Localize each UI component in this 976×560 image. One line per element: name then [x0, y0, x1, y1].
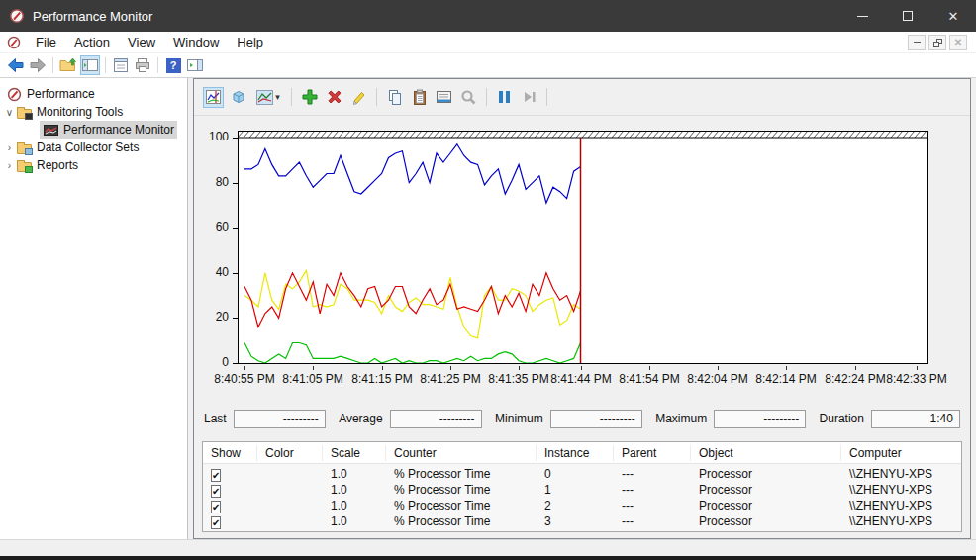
header-show[interactable]: Show: [203, 445, 257, 461]
copy-properties-button[interactable]: [384, 87, 405, 108]
header-counter[interactable]: Counter: [386, 445, 537, 461]
title-bar: Performance Monitor ✕: [0, 0, 976, 32]
zoom-button[interactable]: [458, 87, 479, 108]
view-log-data-button[interactable]: [228, 87, 248, 108]
highlight-pen-icon: [350, 89, 367, 106]
menu-action[interactable]: Action: [65, 32, 119, 53]
header-computer[interactable]: Computer: [841, 445, 961, 461]
close-button[interactable]: ✕: [930, 0, 976, 32]
show-checkbox[interactable]: ✔: [211, 516, 221, 529]
window-title: Performance Monitor: [33, 9, 839, 24]
menu-bar: File Action View Window Help ✕: [0, 32, 976, 53]
counter-table-header: Show Color Scale Counter Instance Parent…: [203, 442, 961, 464]
maximize-button[interactable]: [885, 0, 930, 32]
paste-clipboard-icon: [412, 89, 428, 106]
forward-arrow-icon: [29, 57, 47, 73]
x-axis-labels: 8:40:55 PM8:41:05 PM8:41:15 PM8:41:25 PM…: [238, 366, 928, 388]
help-button[interactable]: ?: [163, 55, 183, 75]
export-list-button[interactable]: [111, 55, 131, 75]
cell-counter: % Processor Time: [386, 483, 537, 497]
print-button[interactable]: [133, 55, 152, 75]
header-color[interactable]: Color: [257, 445, 323, 461]
cell-instance: 1: [537, 483, 614, 497]
back-button[interactable]: [6, 55, 26, 75]
delete-counter-button[interactable]: [324, 87, 344, 108]
menu-help[interactable]: Help: [228, 32, 272, 53]
selected-tree-item[interactable]: Performance Monitor: [40, 121, 177, 139]
cell-parent: ---: [614, 467, 691, 481]
folder-up-icon: [59, 57, 77, 73]
magnifier-icon: [460, 89, 477, 106]
minimize-button[interactable]: [839, 0, 885, 32]
chevron-right-icon[interactable]: ›: [3, 160, 16, 171]
table-row[interactable]: ✔ 1.0 % Processor Time 1 --- Processor \…: [203, 482, 961, 498]
x-tick-mark: [581, 366, 582, 370]
properties-button[interactable]: [434, 87, 454, 108]
chevron-down-icon[interactable]: ∨: [3, 107, 16, 118]
duration-label: Duration: [820, 412, 864, 425]
plus-icon: [301, 88, 319, 106]
y-tick-label: 80: [216, 175, 229, 189]
forward-button[interactable]: [28, 55, 48, 75]
chart-plot-svg[interactable]: [238, 131, 928, 364]
view-current-activity-button[interactable]: [203, 87, 224, 108]
tree-item-label: Performance: [27, 87, 95, 101]
header-instance[interactable]: Instance: [537, 445, 614, 461]
action-pane-icon: [186, 57, 204, 73]
tree-item-reports[interactable]: › Reports: [0, 156, 187, 174]
table-row[interactable]: ✔ 1.0 % Processor Time 2 --- Processor \…: [203, 498, 961, 513]
cell-counter: % Processor Time: [386, 499, 537, 513]
tree-item-data-collector-sets[interactable]: › Data Collector Sets: [0, 139, 187, 156]
up-one-level-button[interactable]: [58, 55, 78, 75]
paste-counter-list-button[interactable]: [409, 87, 430, 108]
mdi-restore-button[interactable]: [928, 35, 946, 50]
x-tick-label: 8:42:04 PM: [687, 372, 747, 386]
menu-file[interactable]: File: [27, 32, 65, 53]
average-label: Average: [339, 412, 382, 425]
x-tick-label: 8:41:05 PM: [282, 372, 342, 386]
last-value: ---------: [234, 410, 326, 428]
cell-object: Processor: [691, 483, 841, 497]
chart-toolbar: ▾: [194, 79, 970, 116]
menu-window[interactable]: Window: [164, 32, 228, 53]
header-parent[interactable]: Parent: [614, 445, 691, 461]
cell-parent: ---: [614, 514, 691, 528]
add-counter-button[interactable]: [299, 87, 320, 108]
console-tree-toggle-button[interactable]: [80, 55, 100, 75]
action-pane-toggle-button[interactable]: [185, 55, 205, 75]
x-tick-mark: [519, 366, 520, 370]
data-collector-sets-folder-icon: [16, 140, 33, 155]
chevron-right-icon[interactable]: ›: [3, 142, 16, 153]
copy-icon: [387, 89, 403, 106]
table-row[interactable]: ✔ 1.0 % Processor Time 0 --- Processor \…: [203, 466, 961, 482]
console-tree: Performance ∨ Monitoring Tools Performan…: [0, 78, 188, 539]
mdi-close-button[interactable]: ✕: [949, 35, 967, 50]
monitoring-tools-folder-icon: [16, 104, 33, 120]
x-tick-mark: [855, 366, 856, 370]
maximize-icon: [903, 11, 913, 21]
table-row[interactable]: ✔ 1.0 % Processor Time 3 --- Processor \…: [203, 513, 961, 529]
tree-item-monitoring-tools[interactable]: ∨ Monitoring Tools: [0, 103, 187, 121]
x-tick-mark: [718, 366, 719, 370]
tree-item-performance[interactable]: Performance: [0, 85, 187, 103]
mdi-minimize-button[interactable]: [908, 35, 926, 50]
cell-instance: 2: [537, 499, 614, 513]
y-axis-labels: 100806040200: [194, 131, 238, 364]
menu-view[interactable]: View: [119, 32, 164, 53]
perfmon-menu-icon[interactable]: [7, 36, 21, 49]
freeze-display-button[interactable]: [494, 87, 515, 108]
update-data-button[interactable]: [519, 87, 539, 108]
back-arrow-icon: [7, 57, 25, 73]
cell-scale: 1.0: [323, 499, 386, 513]
highlight-button[interactable]: [348, 87, 369, 108]
tree-item-performance-monitor[interactable]: Performance Monitor: [0, 121, 187, 139]
change-graph-type-button[interactable]: ▾: [252, 87, 284, 108]
x-tick-label: 8:42:24 PM: [825, 372, 885, 386]
performance-monitor-window: Performance Monitor ✕ File Action View W…: [0, 0, 976, 560]
header-object[interactable]: Object: [691, 445, 841, 461]
header-scale[interactable]: Scale: [323, 445, 386, 461]
cube-icon: [231, 89, 246, 105]
last-label: Last: [204, 412, 227, 425]
y-tick-label: 0: [222, 355, 229, 369]
x-tick-label: 8:42:33 PM: [886, 372, 946, 386]
